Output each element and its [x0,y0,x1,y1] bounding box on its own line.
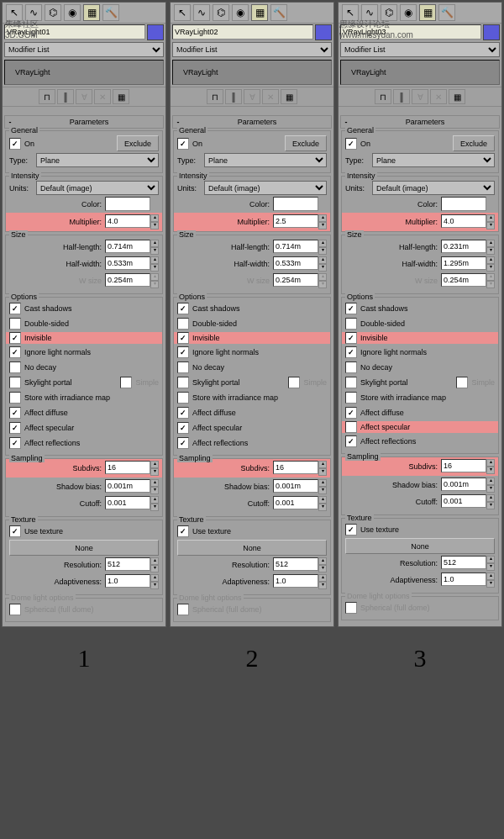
half-length-up[interactable]: ▴ [150,240,159,247]
half-length-down[interactable]: ▾ [150,247,159,255]
resolution-up[interactable]: ▴ [150,557,159,565]
shadow-bias-down[interactable]: ▾ [486,485,495,493]
modifier-stack[interactable]: VRayLight [340,60,500,85]
half-length-up[interactable]: ▴ [486,240,495,247]
invisible-checkbox[interactable] [345,332,357,344]
type-dropdown[interactable]: Plane [36,153,159,167]
cutoff-down[interactable]: ▾ [318,504,327,511]
skylight-checkbox[interactable] [9,377,21,388]
texture-none-button[interactable]: None [345,538,495,554]
cast-shadows-checkbox[interactable] [9,303,21,314]
double-sided-checkbox[interactable] [345,318,357,330]
half-width-input[interactable] [105,256,150,270]
color-swatch[interactable] [441,197,486,211]
store-irr-checkbox[interactable] [177,392,189,404]
affect-specular-checkbox[interactable] [9,422,21,434]
multiplier-down[interactable]: ▾ [318,222,327,230]
wsize-up[interactable]: ▴ [318,273,327,281]
resolution-down[interactable]: ▾ [150,565,159,573]
resolution-up[interactable]: ▴ [318,557,327,565]
no-decay-checkbox[interactable] [345,361,357,373]
adaptiveness-down[interactable]: ▾ [318,582,327,589]
cutoff-up[interactable]: ▴ [318,496,327,504]
multiplier-input[interactable] [105,214,150,228]
double-sided-checkbox[interactable] [177,318,189,330]
units-dropdown[interactable]: Default (image) [372,181,495,195]
config-icon[interactable]: ▦ [449,89,465,104]
wsize-up[interactable]: ▴ [486,273,495,281]
multiplier-up[interactable]: ▴ [150,214,159,222]
subdivs-up[interactable]: ▴ [150,461,159,468]
invisible-checkbox[interactable] [9,332,21,344]
pin-icon[interactable]: ⊓ [207,89,223,104]
motion-icon[interactable]: ◉ [64,4,81,21]
affect-diffuse-checkbox[interactable] [345,407,357,419]
no-decay-checkbox[interactable] [177,361,189,373]
wsize-down[interactable]: ▾ [486,281,495,288]
multiplier-input[interactable] [441,214,486,228]
half-length-input[interactable] [105,240,150,253]
skylight-checkbox[interactable] [177,377,189,388]
object-color-swatch[interactable] [147,24,164,40]
show-icon[interactable]: ║ [393,89,410,104]
invisible-checkbox[interactable] [177,332,189,344]
cast-shadows-checkbox[interactable] [177,303,189,314]
affect-reflections-checkbox[interactable] [9,437,21,449]
half-length-up[interactable]: ▴ [318,240,327,247]
hierarchy-icon[interactable]: ⌬ [45,4,61,21]
exclude-button[interactable]: Exclude [453,135,495,151]
shadow-bias-input[interactable] [105,479,150,493]
config-icon[interactable]: ▦ [113,89,129,104]
cutoff-input[interactable] [441,494,486,508]
half-length-input[interactable] [441,240,486,253]
half-length-down[interactable]: ▾ [318,247,327,255]
affect-diffuse-checkbox[interactable] [177,407,189,419]
subdivs-down[interactable]: ▾ [486,467,495,474]
no-decay-checkbox[interactable] [9,361,21,373]
half-width-input[interactable] [273,256,318,270]
half-width-down[interactable]: ▾ [486,264,495,272]
shadow-bias-up[interactable]: ▴ [150,479,159,487]
half-length-down[interactable]: ▾ [486,247,495,255]
half-width-up[interactable]: ▴ [486,256,495,264]
type-dropdown[interactable]: Plane [204,153,327,167]
multiplier-up[interactable]: ▴ [486,214,495,222]
subdivs-up[interactable]: ▴ [486,459,495,467]
units-dropdown[interactable]: Default (image) [204,181,327,195]
remove-icon[interactable]: ✕ [262,89,279,104]
config-icon[interactable]: ▦ [281,89,297,104]
modifier-list-dropdown[interactable]: Modifier List [172,42,332,57]
color-swatch[interactable] [105,197,150,211]
affect-reflections-checkbox[interactable] [177,437,189,449]
ignore-normals-checkbox[interactable] [9,346,21,358]
half-length-input[interactable] [273,240,318,253]
shadow-bias-down[interactable]: ▾ [150,487,159,494]
use-texture-checkbox[interactable] [177,525,189,537]
adaptiveness-input[interactable] [441,573,486,586]
half-width-up[interactable]: ▴ [318,256,327,264]
affect-specular-checkbox[interactable] [345,421,357,433]
exclude-button[interactable]: Exclude [285,135,327,151]
display-icon[interactable]: ▦ [83,4,100,21]
cutoff-up[interactable]: ▴ [150,496,159,504]
ignore-normals-checkbox[interactable] [177,346,189,358]
subdivs-down[interactable]: ▾ [318,468,327,476]
color-swatch[interactable] [273,197,318,211]
adaptiveness-up[interactable]: ▴ [486,573,495,580]
units-dropdown[interactable]: Default (image) [36,181,159,195]
unique-icon[interactable]: ∀ [244,89,260,104]
multiplier-down[interactable]: ▾ [150,222,159,230]
cutoff-input[interactable] [105,496,150,509]
multiplier-up[interactable]: ▴ [318,214,327,222]
hierarchy-icon[interactable]: ⌬ [213,4,229,21]
on-checkbox[interactable] [9,138,21,150]
adaptiveness-up[interactable]: ▴ [318,574,327,582]
multiplier-input[interactable] [273,214,318,228]
display-icon[interactable]: ▦ [419,4,436,21]
modifier-stack[interactable]: VRayLight [4,60,164,85]
adaptiveness-input[interactable] [273,574,318,588]
remove-icon[interactable]: ✕ [94,89,111,104]
half-width-down[interactable]: ▾ [318,264,327,272]
show-icon[interactable]: ║ [225,89,242,104]
display-icon[interactable]: ▦ [251,4,268,21]
